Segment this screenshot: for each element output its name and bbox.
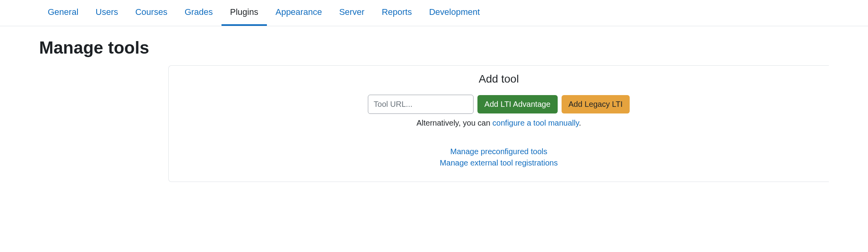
tab-users[interactable]: Users <box>87 0 126 26</box>
panel-title: Add tool <box>178 73 819 85</box>
tab-grades[interactable]: Grades <box>176 0 222 26</box>
nav-tabs: General Users Courses Grades Plugins App… <box>0 0 868 26</box>
tab-general[interactable]: General <box>39 0 87 26</box>
alt-text-suffix: . <box>579 119 581 127</box>
add-legacy-lti-button[interactable]: Add Legacy LTI <box>562 95 630 113</box>
configure-manually-link[interactable]: configure a tool manually <box>492 119 579 127</box>
page-title: Manage tools <box>39 38 829 58</box>
alternative-text: Alternatively, you can configure a tool … <box>178 119 819 128</box>
tab-development[interactable]: Development <box>420 0 488 26</box>
tool-url-input[interactable] <box>368 95 474 114</box>
tab-plugins[interactable]: Plugins <box>222 0 267 26</box>
add-tool-panel: Add tool Add LTI Advantage Add Legacy LT… <box>168 65 829 182</box>
alt-text-prefix: Alternatively, you can <box>416 119 492 127</box>
tab-reports[interactable]: Reports <box>373 0 420 26</box>
tab-server[interactable]: Server <box>331 0 373 26</box>
tab-appearance[interactable]: Appearance <box>267 0 331 26</box>
add-tool-form-row: Add LTI Advantage Add Legacy LTI <box>178 95 819 114</box>
manage-external-tool-registrations-link[interactable]: Manage external tool registrations <box>178 158 819 167</box>
add-lti-advantage-button[interactable]: Add LTI Advantage <box>477 95 558 113</box>
content: Manage tools Add tool Add LTI Advantage … <box>0 26 868 182</box>
tab-courses[interactable]: Courses <box>127 0 176 26</box>
manage-preconfigured-tools-link[interactable]: Manage preconfigured tools <box>178 147 819 156</box>
manage-links: Manage preconfigured tools Manage extern… <box>178 147 819 167</box>
